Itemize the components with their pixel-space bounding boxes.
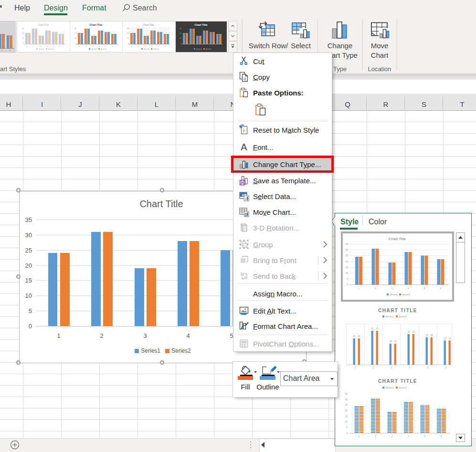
svg-text:Chart Title: Chart Title	[389, 237, 406, 241]
svg-text:Series2: Series2	[402, 293, 410, 296]
svg-text:30: 30	[180, 28, 181, 30]
svg-text:Chart Title: Chart Title	[89, 23, 102, 26]
svg-text:19: 19	[394, 340, 397, 343]
svg-text:28: 28	[407, 331, 410, 333]
svg-text:Series2: Series2	[101, 48, 106, 50]
svg-text:6: 6	[165, 45, 166, 47]
svg-text:Series1: Series1	[385, 315, 393, 318]
svg-text:35: 35	[345, 392, 348, 395]
svg-text:2: 2	[375, 287, 376, 290]
svg-text:3: 3	[391, 435, 393, 438]
svg-text:Series2: Series2	[153, 48, 159, 50]
svg-text:10: 10	[22, 37, 24, 39]
svg-text:0: 0	[180, 42, 181, 44]
svg-text:20: 20	[345, 260, 348, 263]
svg-text:4: 4	[409, 366, 411, 369]
svg-text:5: 5	[347, 277, 348, 280]
svg-text:Series1: Series1	[390, 293, 398, 296]
svg-text:5: 5	[158, 45, 159, 47]
svg-text:Series2: Series2	[399, 386, 407, 389]
svg-text:Series1: Series1	[385, 386, 393, 389]
svg-text:2: 2	[33, 45, 34, 47]
svg-text:10: 10	[127, 37, 129, 39]
svg-text:1: 1	[26, 45, 27, 47]
svg-text:CHART TITLE: CHART TITLE	[378, 308, 417, 313]
svg-text:3: 3	[145, 45, 146, 47]
svg-text:31: 31	[371, 327, 374, 330]
svg-text:A: A	[241, 142, 247, 152]
svg-text:2: 2	[375, 435, 376, 438]
svg-text:5: 5	[106, 45, 106, 47]
svg-text:35: 35	[345, 242, 348, 245]
svg-text:6: 6	[440, 287, 442, 290]
svg-text:0: 0	[128, 42, 129, 44]
svg-text:20: 20	[22, 32, 24, 34]
svg-text:20: 20	[345, 409, 348, 412]
svg-text:28: 28	[412, 331, 415, 333]
svg-text:Chart Title: Chart Title	[143, 23, 154, 26]
svg-text:3: 3	[40, 45, 41, 47]
svg-text:5: 5	[53, 45, 54, 47]
svg-text:0: 0	[347, 283, 348, 286]
svg-text:1: 1	[1, 49, 3, 52]
svg-text:1: 1	[359, 435, 360, 438]
svg-text:CHART TITLE: CHART TITLE	[378, 378, 417, 384]
svg-text:30: 30	[345, 248, 348, 251]
svg-text:20: 20	[74, 32, 76, 34]
svg-text:1: 1	[355, 366, 356, 369]
svg-text:Chart Title: Chart Title	[38, 23, 49, 26]
svg-text:10: 10	[74, 37, 76, 39]
svg-text:15: 15	[345, 266, 348, 269]
svg-text:0: 0	[23, 42, 24, 44]
svg-text:2: 2	[138, 45, 139, 47]
svg-text:Series1: Series1	[196, 48, 202, 50]
svg-text:2: 2	[373, 366, 374, 369]
svg-text:10: 10	[345, 420, 348, 423]
svg-text:5: 5	[427, 366, 429, 369]
svg-text:1: 1	[358, 287, 360, 290]
svg-text:0: 0	[346, 431, 348, 434]
svg-text:2: 2	[10, 49, 11, 52]
svg-text:24: 24	[358, 335, 360, 337]
svg-text:3: 3	[391, 366, 392, 369]
svg-text:6: 6	[441, 435, 442, 438]
svg-text:3: 3	[391, 287, 393, 290]
svg-text:5: 5	[346, 426, 348, 429]
svg-text:25: 25	[430, 334, 433, 336]
svg-text:Series1: Series1	[39, 48, 44, 50]
svg-text:4: 4	[408, 435, 409, 438]
svg-text:10: 10	[345, 272, 348, 274]
svg-text:4: 4	[151, 45, 152, 47]
svg-text:5: 5	[424, 287, 425, 290]
svg-text:Series2: Series2	[399, 315, 407, 318]
svg-text:24: 24	[353, 335, 356, 337]
svg-text:22: 22	[444, 337, 446, 340]
svg-text:4: 4	[408, 287, 409, 290]
svg-text:6: 6	[112, 45, 113, 47]
svg-text:6: 6	[60, 45, 61, 47]
svg-text:0: 0	[75, 42, 76, 44]
svg-text:20: 20	[180, 32, 181, 34]
svg-text:25: 25	[425, 334, 428, 336]
svg-text:6: 6	[445, 366, 447, 369]
svg-text:10: 10	[180, 37, 181, 39]
svg-text:4: 4	[99, 45, 100, 47]
svg-text:30: 30	[22, 28, 24, 30]
svg-text:15: 15	[345, 415, 348, 418]
svg-text:2: 2	[85, 45, 86, 47]
svg-text:25: 25	[345, 254, 348, 257]
svg-text:4: 4	[46, 45, 47, 47]
svg-text:Series1: Series1	[91, 48, 97, 50]
svg-text:Series2: Series2	[206, 48, 212, 50]
svg-text:19: 19	[389, 340, 392, 343]
svg-text:3: 3	[92, 45, 93, 47]
svg-text:30: 30	[74, 28, 76, 30]
svg-text:1: 1	[79, 45, 80, 47]
svg-text:22: 22	[448, 337, 451, 340]
svg-text:1: 1	[131, 45, 132, 47]
svg-text:30: 30	[345, 398, 348, 401]
svg-text:20: 20	[127, 32, 129, 34]
svg-text:25: 25	[345, 403, 348, 406]
svg-text:5: 5	[424, 435, 426, 438]
svg-text:Series1: Series1	[144, 48, 149, 50]
